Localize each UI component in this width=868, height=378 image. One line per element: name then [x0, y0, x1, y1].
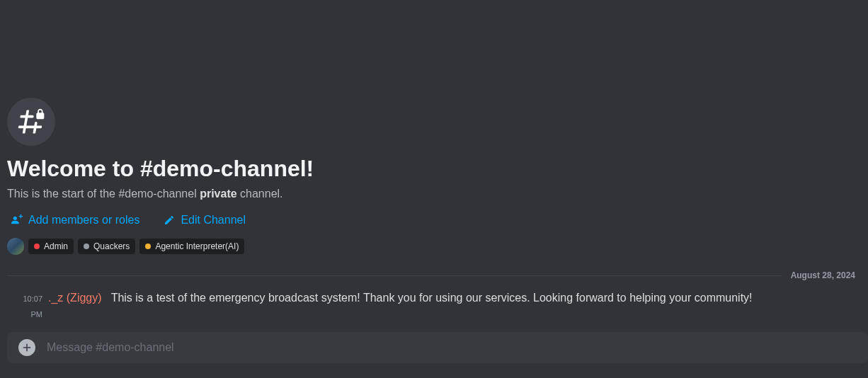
role-dot — [34, 244, 40, 249]
attach-button[interactable] — [18, 339, 35, 356]
pencil-icon — [164, 214, 175, 226]
welcome-heading: Welcome to #demo-channel! — [7, 154, 868, 183]
add-members-button[interactable]: Add members or roles — [7, 211, 144, 229]
subtitle-emph: private — [200, 188, 236, 200]
date-divider: August 28, 2024 — [7, 270, 868, 280]
role-chip-quackers[interactable]: Quackers — [78, 239, 135, 254]
add-members-label: Add members or roles — [28, 214, 139, 227]
subtitle-pre: This is the start of the #demo-channel — [7, 188, 200, 200]
channel-content: Welcome to #demo-channel! This is the st… — [7, 98, 868, 363]
message-composer — [7, 332, 868, 363]
avatar[interactable] — [7, 238, 24, 255]
message-timestamp: 10:07 PM — [13, 291, 42, 322]
add-members-icon — [11, 214, 23, 226]
message-text: This is a test of the emergency broadcas… — [105, 292, 753, 304]
channel-actions: Add members or roles Edit Channel — [7, 211, 868, 229]
role-dot — [84, 244, 89, 249]
welcome-subtitle: This is the start of the #demo-channel p… — [7, 187, 868, 201]
message-row: 10:07 PM ._z (Ziggy) This is a test of t… — [7, 286, 868, 332]
hash-lock-icon — [16, 106, 47, 137]
divider-date: August 28, 2024 — [788, 270, 858, 280]
channel-icon-badge — [7, 98, 55, 146]
role-label: Agentic Interpreter(AI) — [155, 241, 239, 251]
role-chip-admin[interactable]: Admin — [28, 239, 74, 254]
role-chip-agentic-interpreter[interactable]: Agentic Interpreter(AI) — [139, 239, 244, 254]
role-label: Quackers — [93, 241, 130, 251]
subtitle-post: channel. — [237, 188, 283, 200]
message-input[interactable] — [47, 341, 857, 354]
message-author[interactable]: ._z (Ziggy) — [48, 292, 102, 304]
role-dot — [145, 244, 151, 249]
divider-line — [7, 275, 782, 276]
edit-channel-button[interactable]: Edit Channel — [159, 211, 250, 229]
role-label: Admin — [44, 241, 68, 251]
edit-channel-label: Edit Channel — [181, 214, 246, 227]
plus-icon — [21, 341, 33, 354]
role-row: Admin Quackers Agentic Interpreter(AI) — [7, 238, 868, 255]
